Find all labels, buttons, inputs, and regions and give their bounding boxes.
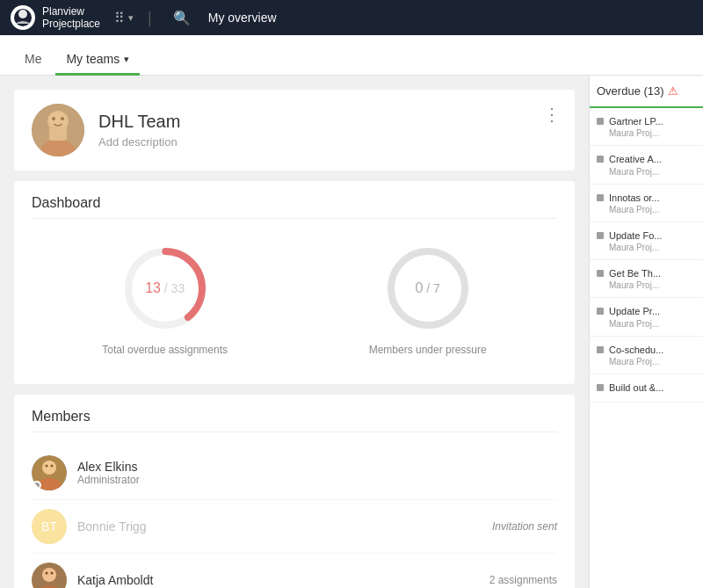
- team-card: DHL Team Add description ⋮: [14, 90, 575, 171]
- right-panel: Overdue (13) ⚠ Gartner LP... Maura Proj.…: [589, 76, 703, 588]
- team-avatar: [32, 104, 84, 156]
- metric-pressure: 0 / 7 Members under pressure: [369, 240, 487, 356]
- svg-point-1: [18, 10, 27, 18]
- dashboard-card: Dashboard 13 / 33: [14, 181, 575, 384]
- member-name: Bonnie Trigg: [77, 519, 482, 534]
- right-item-title: Update Fo...: [609, 229, 663, 242]
- task-icon: [597, 346, 604, 353]
- right-item[interactable]: Update Pr... Maura Proj...: [590, 298, 703, 336]
- member-assignments: 2 assignments: [489, 574, 557, 586]
- member-info: Bonnie Trigg: [77, 519, 482, 534]
- metric-overdue-label: Total overdue assignments: [102, 344, 228, 356]
- task-icon: [597, 308, 604, 315]
- task-icon: [597, 232, 604, 239]
- tab-dropdown-icon[interactable]: ▾: [124, 54, 129, 65]
- donut-overdue: 13 / 33: [117, 240, 214, 337]
- task-icon: [597, 156, 604, 163]
- status-dot: [33, 481, 41, 490]
- team-description[interactable]: Add description: [98, 135, 557, 149]
- right-item-sub: Maura Proj...: [609, 128, 663, 138]
- content-area: DHL Team Add description ⋮ Dashboard: [0, 76, 589, 588]
- right-item[interactable]: Gartner LP... Maura Proj...: [590, 108, 703, 146]
- logo-text: Planview Projectplace: [42, 5, 100, 31]
- right-item-sub: Maura Proj...: [609, 243, 663, 252]
- main-layout: DHL Team Add description ⋮ Dashboard: [0, 76, 703, 588]
- svg-point-22: [51, 572, 54, 575]
- task-icon: [597, 270, 604, 277]
- svg-point-16: [46, 465, 48, 468]
- dashboard-title: Dashboard: [32, 195, 557, 219]
- right-item-sub: Maura Proj...: [609, 280, 661, 290]
- donut-pressure: 0 / 7: [380, 240, 476, 337]
- overdue-label: Overdue (13): [597, 84, 664, 98]
- right-item[interactable]: Update Fo... Maura Proj...: [590, 222, 703, 260]
- right-item-title: Build out &...: [609, 381, 663, 394]
- right-item-title: Innotas or...: [609, 192, 659, 204]
- right-item-sub: Maura Proj...: [609, 319, 660, 329]
- logo-icon: [11, 5, 35, 30]
- right-item-title: Creative A...: [609, 153, 662, 165]
- tab-bar: Me My teams ▾: [0, 35, 703, 76]
- member-info: Katja Amboldt: [77, 573, 479, 587]
- team-name: DHL Team: [98, 112, 557, 132]
- tab-me[interactable]: Me: [14, 45, 52, 76]
- donut-overdue-text: 13 / 33: [145, 280, 185, 296]
- right-item-title: Update Pr...: [609, 305, 660, 317]
- donut-pressure-text: 0 / 7: [415, 280, 439, 296]
- avatar: [32, 563, 67, 588]
- dashboard-metrics: 13 / 33 Total overdue assignments 0 / 7: [32, 233, 557, 370]
- team-info: DHL Team Add description: [98, 112, 557, 149]
- right-item[interactable]: Co-schedu... Maura Proj...: [590, 337, 703, 374]
- members-title: Members: [32, 409, 557, 432]
- member-name: Katja Amboldt: [77, 573, 479, 587]
- right-item-sub: Maura Proj...: [609, 357, 663, 367]
- svg-point-21: [46, 572, 48, 575]
- logo-area: Planview Projectplace: [11, 5, 100, 31]
- tab-my-teams[interactable]: My teams ▾: [55, 45, 140, 76]
- task-icon: [597, 194, 604, 201]
- avatar: [32, 455, 67, 490]
- right-item-sub: Maura Proj...: [609, 205, 659, 214]
- list-item[interactable]: Katja Amboldt 2 assignments: [32, 554, 557, 588]
- alert-icon: ⚠: [668, 84, 678, 98]
- right-item-title: Get Be Th...: [609, 267, 661, 279]
- metric-pressure-label: Members under pressure: [369, 344, 487, 356]
- member-role: Administrator: [77, 474, 557, 486]
- right-item[interactable]: Creative A... Maura Proj...: [590, 146, 703, 184]
- right-item[interactable]: Innotas or... Maura Proj...: [590, 185, 703, 222]
- svg-rect-9: [32, 104, 84, 156]
- nav-divider: |: [148, 9, 152, 27]
- member-info: Alex Elkins Administrator: [77, 460, 557, 486]
- right-item-sub: Maura Proj...: [609, 167, 662, 177]
- top-navigation: Planview Projectplace ⠿ ▾ | 🔍 My overvie…: [0, 0, 703, 35]
- list-item[interactable]: Alex Elkins Administrator: [32, 446, 557, 500]
- svg-point-17: [51, 465, 54, 468]
- svg-point-14: [42, 461, 56, 475]
- svg-point-19: [42, 568, 56, 582]
- metric-overdue: 13 / 33 Total overdue assignments: [102, 240, 228, 356]
- right-item[interactable]: Build out &...: [590, 374, 703, 403]
- grid-menu-button[interactable]: ⠿ ▾: [114, 10, 134, 26]
- right-item-title: Gartner LP...: [609, 115, 663, 127]
- right-item-title: Co-schedu...: [609, 344, 663, 356]
- member-name: Alex Elkins: [77, 460, 557, 474]
- binoculars-icon: 🔍: [173, 10, 191, 26]
- right-item[interactable]: Get Be Th... Maura Proj...: [590, 260, 703, 298]
- member-status: Invitation sent: [492, 520, 557, 533]
- more-menu-button[interactable]: ⋮: [543, 104, 561, 125]
- task-icon: [597, 384, 604, 391]
- overdue-header: Overdue (13) ⚠: [590, 76, 703, 108]
- nav-overview-label: My overview: [208, 11, 277, 25]
- members-card: Members Alex Elkins Administrator: [14, 395, 575, 588]
- list-item[interactable]: BT Bonnie Trigg Invitation sent: [32, 500, 557, 554]
- avatar: BT: [32, 509, 67, 544]
- task-icon: [597, 118, 604, 125]
